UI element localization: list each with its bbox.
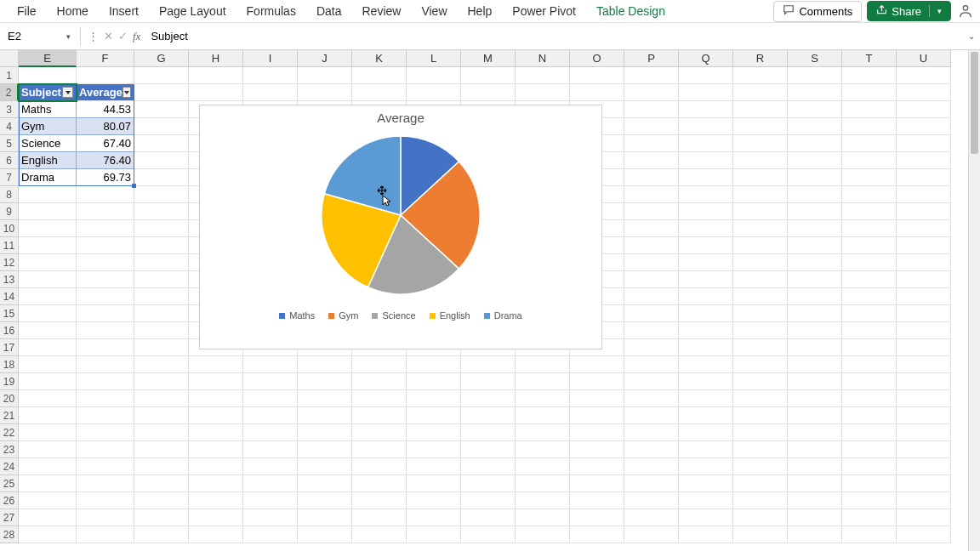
cell[interactable] (516, 424, 570, 441)
cell[interactable] (842, 169, 897, 186)
cell[interactable] (733, 271, 788, 288)
cell[interactable] (788, 424, 842, 441)
cell[interactable]: 67.40 (77, 135, 134, 152)
cell[interactable] (243, 458, 298, 475)
cell[interactable] (842, 373, 897, 390)
ribbon-tab-home[interactable]: Home (47, 1, 99, 21)
scrollbar-thumb[interactable] (971, 52, 978, 154)
cell[interactable] (624, 135, 679, 152)
cell[interactable] (570, 84, 624, 101)
cell[interactable] (77, 509, 134, 526)
cell[interactable] (897, 373, 951, 390)
cell[interactable] (897, 424, 951, 441)
cell[interactable] (189, 526, 243, 543)
cell[interactable] (134, 305, 189, 322)
cell[interactable] (570, 475, 624, 492)
cell[interactable] (134, 373, 189, 390)
cell[interactable] (679, 169, 733, 186)
cell[interactable] (19, 254, 77, 271)
cell[interactable] (516, 356, 570, 373)
cell[interactable] (733, 509, 788, 526)
cell[interactable] (733, 492, 788, 509)
cell[interactable] (407, 407, 461, 424)
cell[interactable] (624, 152, 679, 169)
cell[interactable] (77, 322, 134, 339)
cell[interactable] (134, 203, 189, 220)
cell[interactable] (352, 356, 407, 373)
cell[interactable]: Drama (19, 169, 77, 186)
cell[interactable] (897, 101, 951, 118)
cell[interactable] (842, 390, 897, 407)
row-header[interactable]: 19 (0, 373, 19, 390)
share-button[interactable]: Share ▾ (867, 1, 951, 21)
cell[interactable] (897, 339, 951, 356)
row-header[interactable]: 2 (0, 84, 19, 101)
cell[interactable] (679, 118, 733, 135)
cell[interactable] (243, 509, 298, 526)
cell[interactable] (243, 475, 298, 492)
cell[interactable] (189, 407, 243, 424)
cell[interactable] (77, 186, 134, 203)
cell[interactable] (407, 373, 461, 390)
cell[interactable] (733, 390, 788, 407)
cell[interactable] (897, 135, 951, 152)
cell[interactable] (189, 492, 243, 509)
row-header[interactable]: 7 (0, 169, 19, 186)
cell[interactable] (570, 373, 624, 390)
cell[interactable] (298, 356, 352, 373)
cell[interactable] (298, 407, 352, 424)
cell[interactable] (134, 526, 189, 543)
pie-chart[interactable]: Average MathsGymScienceEnglishDrama (199, 105, 602, 349)
cell[interactable] (19, 509, 77, 526)
cell[interactable] (842, 67, 897, 84)
cell[interactable] (624, 390, 679, 407)
cell[interactable] (77, 203, 134, 220)
filter-dropdown-icon[interactable] (122, 87, 131, 98)
cell[interactable] (77, 305, 134, 322)
cell[interactable] (842, 458, 897, 475)
cell[interactable] (788, 390, 842, 407)
cell[interactable] (897, 67, 951, 84)
cell[interactable] (407, 67, 461, 84)
cell[interactable] (624, 373, 679, 390)
cell[interactable] (134, 475, 189, 492)
cell[interactable] (243, 526, 298, 543)
cell[interactable] (733, 407, 788, 424)
cell[interactable] (679, 526, 733, 543)
column-header[interactable]: U (897, 50, 951, 67)
cell[interactable] (189, 458, 243, 475)
cell[interactable] (189, 84, 243, 101)
cell[interactable] (77, 424, 134, 441)
cell[interactable] (243, 84, 298, 101)
cell[interactable] (298, 390, 352, 407)
column-header[interactable]: T (842, 50, 897, 67)
cell[interactable] (897, 271, 951, 288)
cell[interactable] (842, 356, 897, 373)
cell[interactable] (733, 305, 788, 322)
cell[interactable] (842, 271, 897, 288)
cell[interactable] (19, 424, 77, 441)
column-header[interactable]: S (788, 50, 842, 67)
row-header[interactable]: 5 (0, 135, 19, 152)
cell[interactable] (624, 526, 679, 543)
cell[interactable] (243, 356, 298, 373)
cell[interactable] (897, 305, 951, 322)
cell[interactable] (134, 67, 189, 84)
cell[interactable] (134, 118, 189, 135)
cell[interactable] (897, 118, 951, 135)
cell[interactable] (679, 67, 733, 84)
cell[interactable] (77, 458, 134, 475)
cell[interactable] (733, 203, 788, 220)
cell[interactable] (624, 84, 679, 101)
cell[interactable] (77, 220, 134, 237)
cell[interactable] (679, 288, 733, 305)
cell[interactable] (461, 390, 516, 407)
cell[interactable] (189, 356, 243, 373)
cell[interactable] (788, 254, 842, 271)
ribbon-tab-power-pivot[interactable]: Power Pivot (502, 1, 586, 21)
row-header[interactable]: 15 (0, 305, 19, 322)
cell[interactable] (19, 492, 77, 509)
cell[interactable] (243, 67, 298, 84)
cell[interactable] (19, 407, 77, 424)
cell[interactable] (134, 356, 189, 373)
